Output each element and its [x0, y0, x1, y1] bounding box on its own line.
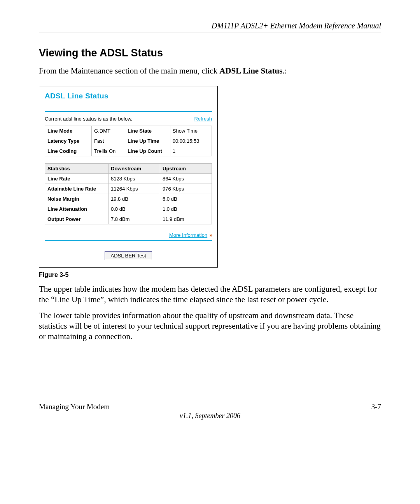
cell-label: Line Up Count [125, 146, 170, 156]
intro-text-pre: From the Maintenance section of the main… [39, 66, 219, 75]
adsl-status-screenshot: ADSL Line Status Current adsl line statu… [39, 86, 218, 268]
cell-value: Fast [92, 136, 125, 146]
body-paragraph-1: The upper table indicates how the modem … [39, 284, 381, 305]
cell-value: 7.8 dBm [108, 214, 160, 224]
cell-value: 0.0 dB [108, 204, 160, 214]
intro-text-post: .: [282, 66, 287, 75]
footer-page-number: 3-7 [371, 402, 381, 411]
adsl-stats-table: Statistics Downstream Upstream Line Rate… [45, 163, 212, 224]
cell-value: 8128 Kbps [108, 174, 160, 184]
intro-paragraph: From the Maintenance section of the main… [39, 66, 381, 76]
body-paragraph-2: The lower table provides information abo… [39, 310, 381, 342]
cell-label: Line Mode [45, 126, 92, 136]
cell-label: Line State [125, 126, 170, 136]
footer-section-name: Managing Your Modem [39, 402, 110, 411]
table-row: Line Mode G.DMT Line State Show Time [45, 126, 212, 136]
divider [45, 240, 212, 241]
cell-label: Line Rate [45, 174, 108, 184]
table-row: Line Attenuation 0.0 dB 1.0 dB [45, 204, 212, 214]
cell-label: Noise Margin [45, 194, 108, 204]
page-header: DM111P ADSL2+ Ethernet Modem Reference M… [39, 21, 381, 33]
cell-value: G.DMT [92, 126, 125, 136]
cell-label: Output Power [45, 214, 108, 224]
table-row: Noise Margin 19.8 dB 6.0 dB [45, 194, 212, 204]
cell-value: Show Time [170, 126, 212, 136]
cell-value: 1 [170, 146, 212, 156]
chevron-right-icon: » [208, 232, 212, 238]
cell-value: 6.0 dB [160, 194, 212, 204]
cell-value: 864 Kbps [160, 174, 212, 184]
table-header-row: Statistics Downstream Upstream [45, 164, 212, 174]
status-text: Current adsl line status is as the below… [45, 116, 132, 122]
refresh-link[interactable]: Refresh [194, 116, 212, 122]
cell-value: 11264 Kbps [108, 184, 160, 194]
cell-value: 976 Kbps [160, 184, 212, 194]
cell-value: Trellis On [92, 146, 125, 156]
figure-caption: Figure 3-5 [39, 271, 381, 278]
more-information-link[interactable]: More Information [169, 232, 207, 238]
panel-title: ADSL Line Status [45, 92, 212, 100]
cell-value: 19.8 dB [108, 194, 160, 204]
cell-label: Line Coding [45, 146, 92, 156]
table-row: Latency Type Fast Line Up Time 00:00:15:… [45, 136, 212, 146]
section-heading: Viewing the ADSL Status [39, 47, 381, 59]
table-row: Output Power 7.8 dBm 11.9 dBm [45, 214, 212, 224]
table-row: Attainable Line Rate 11264 Kbps 976 Kbps [45, 184, 212, 194]
cell-value: 1.0 dB [160, 204, 212, 214]
divider [45, 111, 212, 112]
table-row: Line Coding Trellis On Line Up Count 1 [45, 146, 212, 156]
page-footer: Managing Your Modem 3-7 v1.1, September … [39, 400, 381, 420]
cell-value: 00:00:15:53 [170, 136, 212, 146]
adsl-ber-test-button[interactable]: ADSL BER Test [105, 251, 152, 260]
col-header: Statistics [45, 164, 108, 174]
intro-text-bold: ADSL Line Status [219, 66, 282, 75]
footer-version: v1.1, September 2006 [39, 412, 381, 420]
cell-value: 11.9 dBm [160, 214, 212, 224]
cell-label: Attainable Line Rate [45, 184, 108, 194]
cell-label: Line Attenuation [45, 204, 108, 214]
cell-label: Line Up Time [125, 136, 170, 146]
adsl-params-table: Line Mode G.DMT Line State Show Time Lat… [45, 126, 212, 156]
col-header: Downstream [108, 164, 160, 174]
table-row: Line Rate 8128 Kbps 864 Kbps [45, 174, 212, 184]
col-header: Upstream [160, 164, 212, 174]
cell-label: Latency Type [45, 136, 92, 146]
